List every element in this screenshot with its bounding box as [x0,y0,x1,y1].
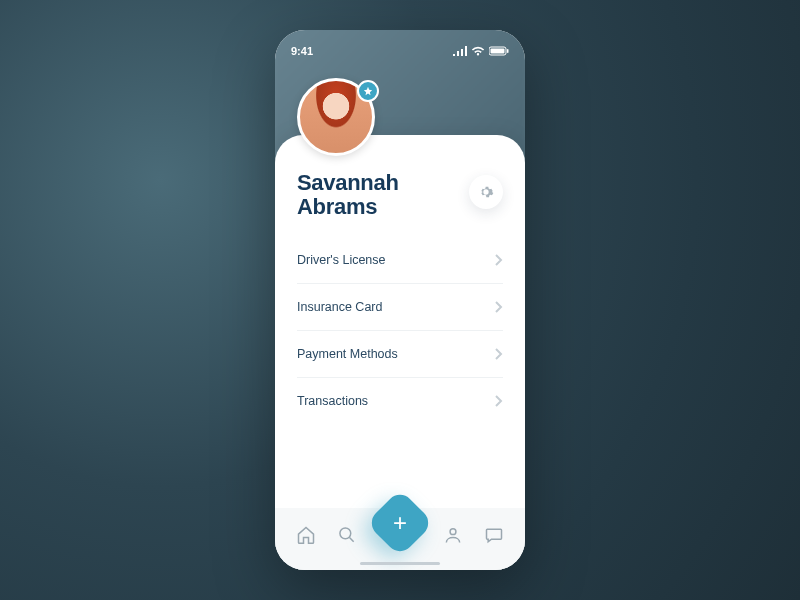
chevron-right-icon [495,348,503,360]
nav-home[interactable] [289,518,323,552]
profile-name: Savannah Abrams [297,171,399,219]
home-icon [296,525,316,545]
battery-icon [489,46,509,56]
chevron-right-icon [495,301,503,313]
svg-rect-1 [491,49,505,54]
menu-item-label: Driver's License [297,253,386,267]
profile-last-name: Abrams [297,194,377,219]
wifi-icon [471,46,485,56]
search-icon [337,525,357,545]
menu-item-label: Payment Methods [297,347,398,361]
svg-point-4 [450,529,456,535]
avatar-container[interactable] [297,78,375,156]
plus-icon: + [393,511,407,535]
phone-frame: 9:41 Savannah Abrams [275,30,525,570]
svg-point-3 [340,528,351,539]
menu-item-insurance-card[interactable]: Insurance Card [297,284,503,331]
verified-badge [357,80,379,102]
settings-button[interactable] [469,175,503,209]
menu-item-label: Insurance Card [297,300,382,314]
bottom-nav: + [275,508,525,570]
chat-icon [484,525,504,545]
signal-icon [453,46,467,56]
menu-item-drivers-license[interactable]: Driver's License [297,237,503,284]
nav-search[interactable] [330,518,364,552]
status-time: 9:41 [291,45,313,57]
profile-menu: Driver's License Insurance Card Payment … [297,237,503,424]
nav-profile[interactable] [436,518,470,552]
status-icons [453,46,509,56]
menu-item-payment-methods[interactable]: Payment Methods [297,331,503,378]
nav-messages[interactable] [477,518,511,552]
chevron-right-icon [495,254,503,266]
status-bar: 9:41 [275,30,525,64]
menu-item-label: Transactions [297,394,368,408]
profile-card: Savannah Abrams Driver's License Insuran… [275,135,525,570]
menu-item-transactions[interactable]: Transactions [297,378,503,424]
gear-icon [478,184,494,200]
person-icon [443,525,463,545]
home-indicator [360,562,440,565]
chevron-right-icon [495,395,503,407]
fab-container: + [372,495,428,551]
svg-rect-2 [507,49,509,53]
star-icon [363,86,373,96]
profile-first-name: Savannah [297,170,399,195]
add-button[interactable]: + [366,489,434,557]
